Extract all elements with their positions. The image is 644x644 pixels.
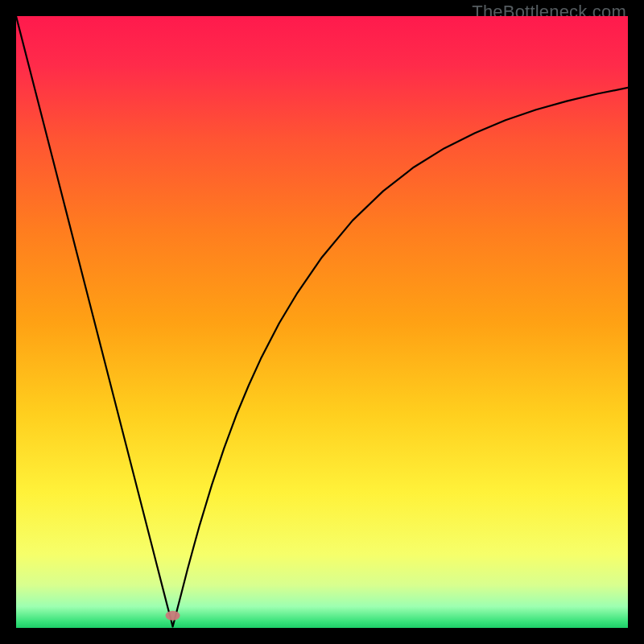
bottleneck-chart (16, 16, 628, 628)
chart-frame (16, 16, 628, 628)
minimum-marker (166, 611, 180, 621)
gradient-background (16, 16, 628, 628)
